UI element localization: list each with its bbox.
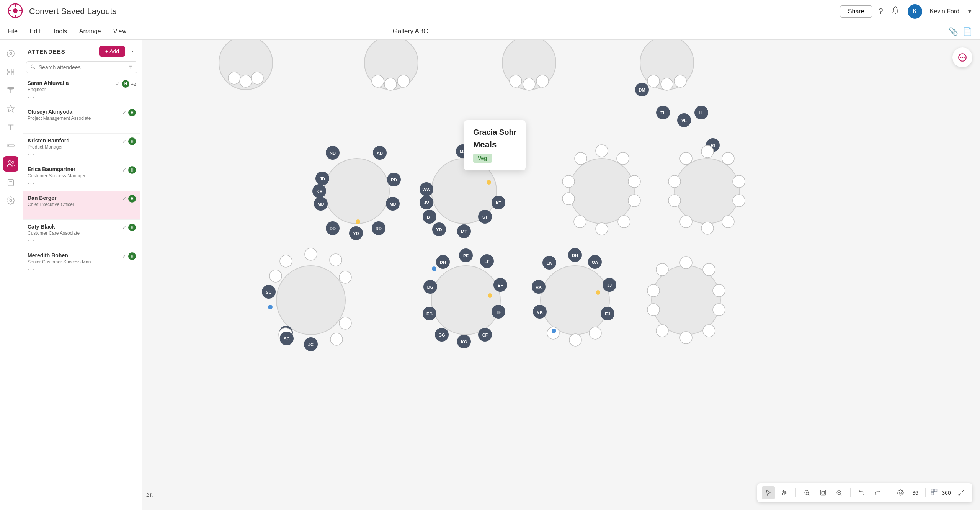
svg-point-41 <box>372 75 384 87</box>
link-icon[interactable]: 📎 <box>949 27 958 36</box>
svg-line-207 <box>959 494 960 495</box>
attendee-more-options[interactable]: ··· <box>28 123 136 129</box>
nav-icon-settings-bottom[interactable] <box>3 193 18 208</box>
bottom-toolbar: 36 360 <box>757 483 972 502</box>
help-icon[interactable]: ? <box>879 7 883 16</box>
menu-tools[interactable]: Tools <box>52 26 67 36</box>
canvas-area[interactable]: Gracia Sohr Meals Veg 2 ft <box>142 40 980 510</box>
attendee-badges: ✓ H <box>122 195 136 203</box>
add-attendee-button[interactable]: + Add <box>99 46 125 57</box>
nav-icon-ruler[interactable] <box>3 138 18 153</box>
svg-rect-10 <box>11 69 13 71</box>
svg-point-118 <box>722 216 734 228</box>
svg-point-182 <box>652 266 720 335</box>
tables-canvas: DM TL LL VL RI KE ND <box>142 40 980 510</box>
attendee-item[interactable]: Saran Ahluwalia Engineer ✓ H +2 ··· <box>23 76 140 105</box>
attendee-more-options[interactable]: ··· <box>28 237 136 244</box>
svg-point-188 <box>713 284 725 297</box>
svg-point-26 <box>10 199 12 202</box>
nav-icon-star[interactable] <box>3 101 18 116</box>
svg-point-180 <box>596 290 600 295</box>
h-badge: H <box>128 166 136 174</box>
menu-arrange[interactable]: Arrange <box>79 26 101 36</box>
attendees-panel: ATTENDEES + Add ⋮ Saran Ahluwalia Engine… <box>21 40 142 510</box>
svg-point-101 <box>562 193 575 205</box>
svg-text:KE: KE <box>316 189 322 194</box>
attendee-item[interactable]: Oluseyi Akinyoda Project Management Asso… <box>23 105 140 134</box>
svg-text:CF: CF <box>482 333 488 337</box>
table-row2-1: KE ND AD PD JD MD MD <box>312 146 401 240</box>
nav-icon-table[interactable] <box>3 83 18 98</box>
fit-screen-button[interactable] <box>817 486 830 499</box>
svg-text:JJ: JJ <box>607 283 612 288</box>
nav-icon-text[interactable] <box>3 119 18 135</box>
attendee-item[interactable]: Caty Black Customer Care Associate ✓ H ·… <box>23 220 140 248</box>
attendees-more-options-button[interactable]: ⋮ <box>129 47 136 56</box>
svg-point-106 <box>628 195 640 207</box>
attendee-item[interactable]: Kristen Bamford Product Manager ✓ H ··· <box>23 134 140 162</box>
attendee-item[interactable]: Meredith Bohen Senior Customer Success M… <box>23 248 140 277</box>
svg-point-136 <box>280 255 292 267</box>
svg-text:AD: AD <box>377 151 383 155</box>
attendee-more-options[interactable]: ··· <box>28 266 136 273</box>
svg-rect-11 <box>7 73 10 75</box>
svg-point-162 <box>541 266 609 335</box>
svg-point-181 <box>552 329 556 333</box>
zoom-in-button[interactable] <box>800 486 813 499</box>
svg-point-110 <box>675 159 740 224</box>
floor-plan-icon[interactable] <box>930 488 938 497</box>
attendee-role: Customer Success Manager <box>28 173 136 178</box>
nav-icon-attendees[interactable] <box>3 156 18 172</box>
zoom-out-button[interactable] <box>833 486 846 499</box>
main-layout: ATTENDEES + Add ⋮ Saran Ahluwalia Engine… <box>0 40 980 510</box>
table-top-3 <box>502 40 556 90</box>
attendee-more-options[interactable]: ··· <box>28 209 136 216</box>
pan-tool-button[interactable] <box>778 486 791 499</box>
svg-point-115 <box>722 152 734 165</box>
svg-point-160 <box>488 293 492 298</box>
undo-button[interactable] <box>855 486 868 499</box>
svg-point-46 <box>523 78 535 90</box>
svg-point-183 <box>647 284 660 297</box>
svg-point-186 <box>680 257 692 269</box>
filter-icon[interactable] <box>128 64 133 70</box>
expand-button[interactable] <box>955 486 968 499</box>
menu-edit[interactable]: Edit <box>30 26 41 36</box>
attendee-name: Caty Black <box>28 224 136 230</box>
select-tool-button[interactable] <box>762 486 775 499</box>
tooltip-person-name: Gracia Sohr <box>473 128 516 137</box>
search-input[interactable] <box>39 64 125 70</box>
check-icon: ✓ <box>122 110 127 116</box>
nav-icon-settings[interactable] <box>3 46 18 61</box>
attendee-role: Engineer <box>28 87 136 92</box>
attendee-more-options[interactable]: ··· <box>28 94 136 101</box>
settings-toolbar-button[interactable] <box>894 486 907 499</box>
attendee-badges: ✓ H <box>122 109 136 116</box>
nav-icon-apps[interactable] <box>3 64 18 80</box>
menu-view[interactable]: View <box>113 26 126 36</box>
svg-text:BT: BT <box>427 215 433 219</box>
svg-text:RD: RD <box>376 226 382 231</box>
notification-icon[interactable] <box>891 6 900 17</box>
redo-button[interactable] <box>871 486 884 499</box>
svg-point-100 <box>562 175 575 188</box>
h-badge: H <box>128 224 136 231</box>
svg-point-117 <box>733 195 745 207</box>
meal-tooltip: Gracia Sohr Meals Veg <box>464 120 526 170</box>
h-badge: H <box>122 80 129 88</box>
table-row2-4 <box>668 145 745 234</box>
attendee-item[interactable]: Dan Berger Chief Executive Officer ✓ H ·… <box>23 191 140 220</box>
nav-icon-clipboard[interactable] <box>3 175 18 190</box>
svg-point-7 <box>7 50 14 57</box>
user-menu-chevron[interactable]: ▼ <box>967 8 972 15</box>
share-button[interactable]: Share <box>840 5 872 18</box>
attendee-badges: ✓ H <box>122 166 136 174</box>
pdf-icon[interactable]: 📄 <box>963 27 972 36</box>
menubar-right-actions: 📎 📄 <box>949 27 972 36</box>
logo[interactable] <box>8 3 23 20</box>
attendee-more-options[interactable]: ··· <box>28 180 136 187</box>
menu-file[interactable]: File <box>8 26 18 36</box>
attendee-item[interactable]: Erica Baumgartner Customer Success Manag… <box>23 162 140 191</box>
svg-rect-203 <box>931 489 934 492</box>
attendee-more-options[interactable]: ··· <box>28 151 136 158</box>
